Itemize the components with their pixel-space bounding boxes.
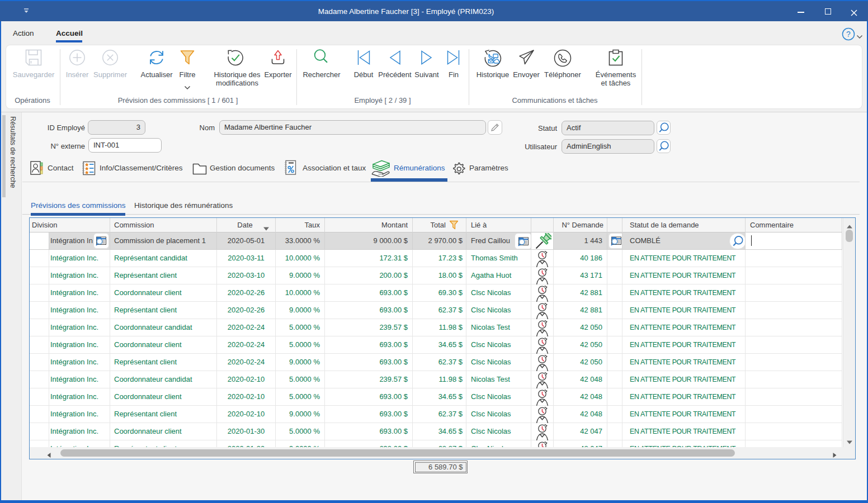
- svg-text:?: ?: [846, 30, 851, 39]
